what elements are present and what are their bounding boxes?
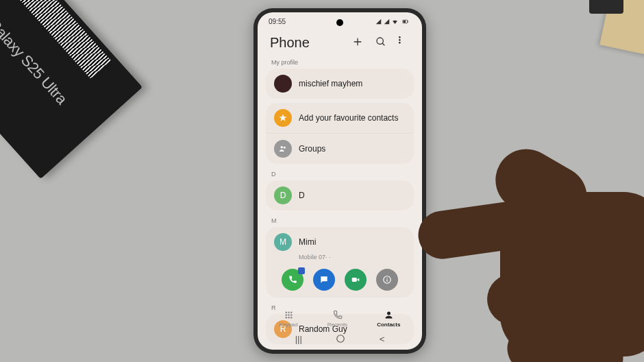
nav-recents-label: Recents (327, 322, 347, 328)
status-indicators (375, 19, 411, 25)
home-circle-icon (336, 334, 345, 343)
svg-point-6 (399, 42, 401, 44)
status-time: 09:55 (269, 18, 286, 25)
keypad-icon (284, 310, 294, 320)
svg-point-20 (288, 317, 290, 319)
app-header: Phone (258, 28, 422, 56)
svg-point-22 (387, 312, 391, 315)
nav-back-system[interactable]: < (380, 334, 385, 346)
svg-point-17 (288, 314, 290, 316)
video-call-button[interactable] (345, 269, 367, 291)
contact-mimi[interactable]: M Mimi (266, 227, 414, 252)
search-button[interactable] (375, 36, 386, 50)
groups-label: Groups (299, 144, 325, 154)
svg-point-21 (290, 317, 293, 319)
nav-recents-system[interactable]: ||| (295, 334, 302, 346)
contact-actions (266, 263, 414, 298)
svg-point-7 (281, 146, 284, 149)
system-nav-bar: ||| < (258, 334, 422, 346)
svg-point-23 (337, 335, 345, 343)
profile-name: mischief mayhem (299, 79, 362, 88)
svg-point-19 (285, 317, 287, 319)
contact-avatar-d: D (274, 186, 292, 204)
phone-screen: 09:55 Phone (258, 12, 422, 350)
more-vert-icon (399, 36, 410, 47)
hand-illustration (404, 137, 644, 357)
svg-rect-9 (352, 278, 357, 282)
battery-icon (400, 19, 411, 25)
recents-icon (332, 310, 343, 320)
favourites-row[interactable]: Add your favourite contacts (266, 103, 414, 133)
add-button[interactable] (352, 36, 363, 50)
signal-icon (375, 19, 382, 25)
svg-rect-12 (386, 279, 387, 282)
info-icon (382, 275, 392, 285)
svg-point-14 (288, 312, 290, 314)
app-title: Phone (270, 35, 310, 51)
svg-point-18 (290, 314, 293, 316)
svg-point-13 (285, 312, 287, 314)
nav-recents[interactable]: Recents (327, 310, 347, 328)
contacts-icon (384, 310, 394, 320)
search-icon (375, 36, 386, 47)
info-button[interactable] (376, 269, 398, 291)
message-icon (319, 275, 329, 285)
contact-avatar-mimi: M (274, 233, 292, 251)
message-button[interactable] (313, 269, 335, 291)
groups-row[interactable]: Groups (266, 133, 414, 164)
nav-contacts[interactable]: Contacts (377, 310, 400, 328)
section-my-profile: My profile (258, 56, 422, 69)
profile-avatar (274, 75, 292, 93)
video-icon (351, 275, 360, 285)
phone-icon (288, 275, 297, 285)
svg-rect-2 (404, 21, 406, 23)
my-profile-row[interactable]: mischief mayhem (266, 69, 414, 99)
star-icon (274, 109, 292, 127)
favourites-label: Add your favourite contacts (299, 113, 398, 123)
section-m: M (258, 215, 422, 227)
sim-badge (298, 267, 305, 274)
bottom-nav: Keypad Recents Contacts (258, 306, 422, 332)
nav-home-system[interactable] (336, 334, 345, 346)
contact-name-d: D (299, 191, 305, 200)
phone-device: 09:55 Phone (253, 8, 426, 354)
contact-d[interactable]: D D (266, 180, 414, 210)
signal-icon (384, 19, 390, 25)
svg-point-8 (284, 147, 286, 149)
contact-detail-mimi: Mobile 07· · (299, 254, 414, 261)
section-d: D (258, 168, 422, 180)
groups-avatar (274, 140, 292, 158)
nav-keypad[interactable]: Keypad (280, 310, 298, 328)
plus-icon (352, 36, 363, 47)
svg-point-4 (399, 36, 401, 38)
call-button[interactable] (282, 269, 304, 291)
wifi-icon (392, 19, 398, 25)
svg-point-16 (285, 314, 287, 316)
contact-name-mimi: Mimi (299, 237, 316, 247)
product-box: Galaxy S25 Ultra (0, 0, 143, 179)
more-options-button[interactable] (399, 36, 410, 49)
svg-rect-1 (408, 21, 408, 22)
gadget-prop (589, 0, 623, 14)
camera-punch-hole (336, 19, 343, 26)
svg-point-5 (399, 39, 401, 41)
svg-point-11 (386, 278, 387, 278)
nav-keypad-label: Keypad (280, 322, 298, 328)
svg-point-3 (377, 38, 383, 44)
nav-contacts-label: Contacts (377, 322, 400, 328)
svg-point-15 (290, 312, 293, 314)
